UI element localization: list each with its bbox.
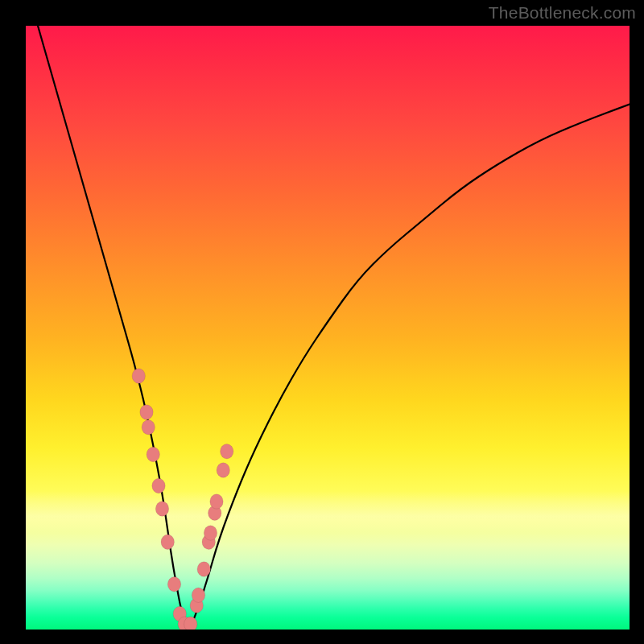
data-point (204, 526, 217, 540)
data-point (192, 588, 204, 602)
data-point (217, 463, 229, 477)
data-point (184, 617, 197, 630)
data-point (140, 405, 153, 419)
data-points-layer (26, 26, 630, 630)
chart-frame: TheBottleneck.com (0, 0, 644, 644)
data-point (167, 577, 180, 592)
data-point (132, 369, 145, 383)
data-point (210, 494, 223, 509)
data-point (197, 562, 210, 576)
data-point (152, 478, 165, 493)
data-point (142, 420, 155, 435)
data-point (161, 535, 174, 549)
data-point (155, 502, 168, 516)
plot-area (26, 26, 630, 630)
data-point (221, 444, 233, 459)
data-point (147, 447, 159, 461)
watermark-label: TheBottleneck.com (489, 3, 636, 23)
